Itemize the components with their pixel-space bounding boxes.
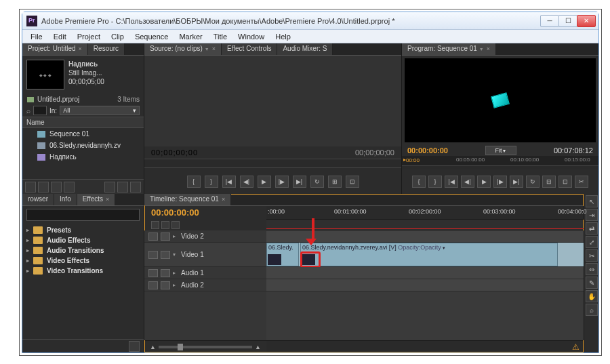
source-scrubber[interactable] [144, 159, 401, 168]
track-select-tool[interactable]: ⇥ [586, 209, 598, 221]
track-header-audio1[interactable]: ▸Audio 1 [144, 267, 266, 279]
rate-stretch-tool[interactable]: ⤢ [586, 236, 598, 248]
menu-title[interactable]: Title [208, 31, 232, 42]
in-filter-select[interactable]: All▾ [60, 106, 140, 115]
list-view-button[interactable] [25, 182, 36, 193]
zoom-slider[interactable] [159, 346, 252, 348]
timeline-work-area[interactable] [266, 220, 584, 230]
effects-search-input[interactable] [26, 209, 140, 221]
insert-button[interactable]: ⊞ [328, 176, 342, 188]
step-fwd-button[interactable]: |▶ [275, 176, 289, 188]
program-tc-current[interactable]: 00:00:00:00 [407, 146, 448, 155]
close-tab-icon[interactable]: × [222, 196, 225, 203]
new-bin-button[interactable] [129, 341, 140, 352]
timeline-clip[interactable]: 06.Sledy.nevidannyh.zverey.avi [V] Opaci… [300, 243, 558, 266]
warning-icon[interactable]: ⚠ [572, 342, 582, 350]
lock-icon[interactable] [161, 251, 170, 259]
eye-icon[interactable] [148, 232, 158, 241]
chevron-down-icon[interactable]: ▼ [205, 47, 209, 52]
play-button[interactable]: ▶ [477, 176, 491, 188]
tab-effects[interactable]: Effects× [77, 194, 116, 205]
menu-sequence[interactable]: Sequence [129, 31, 174, 42]
slip-tool[interactable]: ⇔ [586, 263, 598, 275]
snap-button[interactable] [151, 221, 159, 229]
close-tab-icon[interactable]: × [106, 196, 109, 203]
chevron-down-icon[interactable]: ▼ [479, 47, 484, 52]
expand-arrow-icon[interactable]: ▸ [173, 282, 178, 288]
column-header-name[interactable]: Name [22, 117, 144, 128]
folder-presets[interactable]: ▸Presets [26, 225, 140, 235]
menu-help[interactable]: Help [270, 31, 296, 42]
tab-source[interactable]: Source: (no clips)▼× [144, 43, 222, 55]
overlay-button[interactable]: ⊡ [346, 176, 359, 188]
link-button[interactable] [171, 221, 180, 229]
lock-icon[interactable] [161, 269, 170, 277]
icon-view-button[interactable] [38, 182, 49, 193]
menu-file[interactable]: File [25, 31, 48, 42]
menu-window[interactable]: Window [232, 31, 270, 42]
step-fwd-button[interactable]: |▶ [493, 176, 507, 188]
menu-edit[interactable]: Edit [48, 31, 72, 42]
new-bin-button[interactable] [104, 182, 115, 193]
expand-arrow-icon[interactable]: ▸ [173, 270, 178, 276]
speaker-icon[interactable] [148, 281, 158, 289]
tab-program[interactable]: Program: Sequence 01▼× [402, 43, 496, 55]
minimize-button[interactable]: ─ [540, 15, 559, 27]
step-back-button[interactable]: ◀| [240, 176, 253, 188]
zoom-out-icon[interactable]: ▲ [150, 344, 156, 350]
loop-button[interactable]: ↻ [310, 176, 324, 188]
hand-tool[interactable]: ✋ [586, 290, 598, 302]
tab-timeline[interactable]: Timeline: Sequence 01× [144, 194, 231, 205]
folder-video-effects[interactable]: ▸Video Effects [26, 256, 140, 266]
delete-button[interactable] [130, 182, 141, 193]
timeline-hscrollbar[interactable] [266, 341, 584, 352]
set-out-button[interactable]: } [205, 176, 218, 188]
timeline-zoom[interactable]: ▲ ▲ [144, 341, 266, 352]
source-tc-in[interactable]: 00;00;00;00 [151, 148, 198, 157]
extract-button[interactable]: ⊡ [558, 176, 572, 188]
lock-icon[interactable] [161, 232, 170, 241]
menu-clip[interactable]: Clip [106, 31, 129, 42]
expand-arrow-icon[interactable]: ▸ [173, 233, 178, 239]
tab-effect-controls[interactable]: Effect Controls [222, 43, 277, 55]
find-button[interactable] [64, 182, 75, 193]
step-back-button[interactable]: ◀| [461, 176, 474, 188]
automate-button[interactable] [51, 182, 62, 193]
project-item[interactable]: 06.Sledy.nevidannyh.zv [22, 140, 144, 151]
lift-button[interactable]: ⊟ [542, 176, 556, 188]
track-header-audio2[interactable]: ▸Audio 2 [144, 279, 266, 291]
track-header-video1[interactable]: ▾Video 1 [144, 243, 266, 267]
pen-tool[interactable]: ✎ [586, 277, 598, 289]
zoom-fit-select[interactable]: Fit ▼ [485, 146, 516, 155]
timeline-tracks[interactable]: 06.Sledy. 06.Sledy.nevidannyh.zverey.avi… [266, 230, 584, 340]
program-monitor[interactable] [405, 58, 596, 142]
close-tab-icon[interactable]: × [212, 45, 216, 52]
close-tab-icon[interactable]: × [487, 45, 490, 52]
set-in-button[interactable]: { [187, 176, 201, 188]
trim-button[interactable]: ✂ [575, 176, 588, 188]
track-header-video2[interactable]: ▸Video 2 [144, 230, 266, 243]
tab-audio-mixer[interactable]: Audio Mixer: S [277, 43, 333, 55]
titlebar[interactable]: Adobe Premiere Pro - C:\Пользователи\БОБ… [22, 12, 598, 30]
menu-marker[interactable]: Marker [174, 31, 207, 42]
folder-audio-effects[interactable]: ▸Audio Effects [26, 235, 140, 245]
zoom-in-icon[interactable]: ▲ [255, 344, 261, 350]
zoom-tool[interactable]: ⌕ [586, 304, 598, 316]
set-in-button[interactable]: { [412, 176, 426, 188]
goto-in-button[interactable]: |◀ [222, 176, 236, 188]
timeline-timecode[interactable]: 00:00:00:00 [144, 206, 266, 220]
timeline-ruler[interactable]: :00:00 00:01:00:00 00:02:00:00 00:03:00:… [266, 206, 584, 220]
maximize-button[interactable]: ☐ [558, 15, 577, 27]
goto-out-button[interactable]: ▶| [510, 176, 523, 188]
lock-icon[interactable] [161, 281, 170, 289]
goto-out-button[interactable]: ▶| [293, 176, 306, 188]
program-ruler[interactable]: ▸00:00 00:05:00:00 00:10:00:00 00:15:00:… [402, 156, 598, 165]
project-item[interactable]: Sequence 01 [22, 128, 144, 140]
razor-tool[interactable]: ✂ [586, 249, 598, 262]
play-button[interactable]: ▶ [258, 176, 271, 188]
tab-info[interactable]: Info [54, 194, 77, 205]
folder-audio-transitions[interactable]: ▸Audio Transitions [26, 245, 140, 256]
new-item-button[interactable] [117, 182, 128, 193]
program-tc-duration[interactable]: 00:07:08:12 [554, 146, 593, 155]
set-out-button[interactable]: } [428, 176, 442, 188]
